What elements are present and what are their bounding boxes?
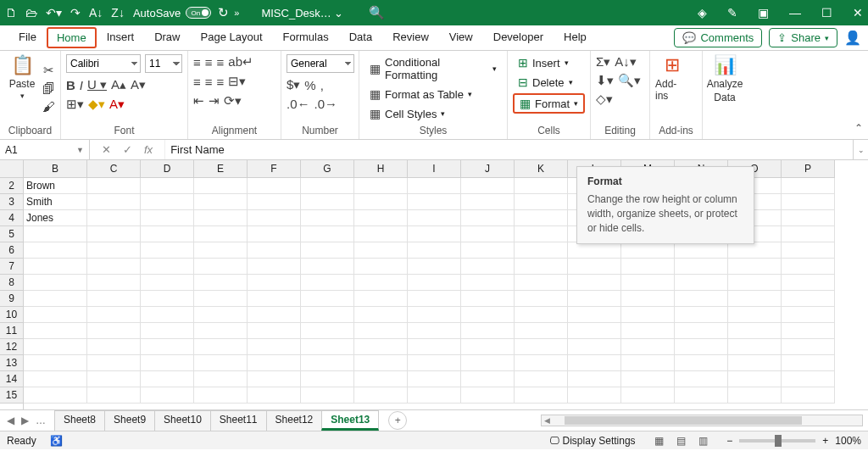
cell[interactable] xyxy=(354,323,408,339)
cell[interactable] xyxy=(248,178,301,194)
cell[interactable] xyxy=(515,242,568,259)
sheet-tab[interactable]: Sheet8 xyxy=(54,410,105,431)
zoom-in-icon[interactable]: + xyxy=(822,435,828,447)
row-header[interactable]: 3 xyxy=(0,194,23,210)
cell[interactable] xyxy=(248,307,301,323)
horizontal-scrollbar[interactable]: ◀ xyxy=(541,415,863,426)
font-size-combo[interactable]: 11 xyxy=(145,54,182,73)
cell[interactable] xyxy=(568,387,621,404)
bold-button[interactable]: B xyxy=(66,78,75,92)
cell[interactable] xyxy=(728,387,782,404)
align-center-icon[interactable]: ≡ xyxy=(205,75,213,89)
cell[interactable] xyxy=(87,242,141,259)
new-file-icon[interactable]: 🗋 xyxy=(5,6,17,19)
cell[interactable] xyxy=(194,307,248,323)
cell[interactable] xyxy=(194,275,248,291)
cell[interactable] xyxy=(461,242,515,259)
row-header[interactable]: 2 xyxy=(0,178,23,194)
page-break-view-icon[interactable]: ▥ xyxy=(693,435,713,447)
cell[interactable] xyxy=(194,387,248,404)
display-settings-button[interactable]: 🖵 Display Settings xyxy=(549,435,635,447)
align-mid-icon[interactable]: ≡ xyxy=(205,55,213,70)
cell[interactable] xyxy=(621,371,675,387)
cell[interactable] xyxy=(354,387,408,404)
cell[interactable] xyxy=(354,210,408,226)
enter-formula-icon[interactable]: ✓ xyxy=(123,143,132,156)
cell[interactable] xyxy=(515,275,568,291)
maximize-icon[interactable]: ☐ xyxy=(821,6,832,19)
row-header[interactable]: 12 xyxy=(0,339,23,355)
cell[interactable] xyxy=(515,339,568,355)
cell[interactable] xyxy=(354,226,408,242)
cell[interactable] xyxy=(194,259,248,275)
close-icon[interactable]: ✕ xyxy=(853,6,863,19)
cell[interactable] xyxy=(728,339,782,355)
cell[interactable] xyxy=(728,355,782,371)
tab-developer[interactable]: Developer xyxy=(483,25,554,50)
cell[interactable] xyxy=(87,355,141,371)
cell[interactable] xyxy=(515,387,568,404)
cell[interactable] xyxy=(248,210,301,226)
cell[interactable] xyxy=(141,387,194,404)
cell[interactable] xyxy=(354,194,408,210)
cell[interactable] xyxy=(24,275,87,291)
cell[interactable] xyxy=(461,387,515,404)
cell[interactable] xyxy=(194,242,248,259)
autosave-toggle[interactable]: AutoSave On xyxy=(133,7,211,19)
indent-icon[interactable]: ⇥ xyxy=(209,93,220,109)
column-header[interactable]: J xyxy=(461,160,515,178)
cell[interactable] xyxy=(408,226,461,242)
cell[interactable] xyxy=(141,210,194,226)
row-header[interactable]: 10 xyxy=(0,307,23,323)
cell[interactable] xyxy=(461,275,515,291)
cell[interactable] xyxy=(408,259,461,275)
cell[interactable] xyxy=(515,194,568,210)
cell[interactable] xyxy=(141,291,194,307)
format-as-table-button[interactable]: ▦Format as Table▾ xyxy=(364,86,477,103)
premium-icon[interactable]: ◈ xyxy=(698,6,707,19)
sort-desc-icon[interactable]: Z↓ xyxy=(111,6,125,19)
cell[interactable] xyxy=(408,323,461,339)
window-icon[interactable]: ▣ xyxy=(758,6,769,19)
cell[interactable] xyxy=(301,275,354,291)
cell[interactable] xyxy=(354,307,408,323)
cell[interactable] xyxy=(408,355,461,371)
cell[interactable] xyxy=(248,259,301,275)
tab-data[interactable]: Data xyxy=(339,25,382,50)
cell[interactable] xyxy=(461,307,515,323)
cell[interactable] xyxy=(301,242,354,259)
column-header[interactable]: C xyxy=(87,160,141,178)
cell[interactable] xyxy=(301,355,354,371)
cell[interactable] xyxy=(782,178,835,194)
open-file-icon[interactable]: 🗁 xyxy=(25,6,37,19)
cell[interactable] xyxy=(87,339,141,355)
cell[interactable] xyxy=(194,371,248,387)
formula-input[interactable]: First Name xyxy=(164,140,853,159)
align-right-icon[interactable]: ≡ xyxy=(217,75,225,89)
column-header[interactable]: P xyxy=(782,160,835,178)
cell[interactable] xyxy=(515,210,568,226)
tab-draw[interactable]: Draw xyxy=(144,25,190,50)
tab-home[interactable]: Home xyxy=(47,27,97,48)
copy-icon[interactable]: 🗐 xyxy=(42,81,55,96)
zoom-slider[interactable] xyxy=(739,439,815,443)
cell[interactable] xyxy=(24,242,87,259)
cell[interactable] xyxy=(301,387,354,404)
cell[interactable] xyxy=(408,194,461,210)
cell[interactable] xyxy=(301,339,354,355)
cell[interactable] xyxy=(301,291,354,307)
row-header[interactable]: 5 xyxy=(0,226,23,242)
font-name-combo[interactable]: Calibri xyxy=(66,54,141,73)
cell[interactable] xyxy=(301,371,354,387)
pen-icon[interactable]: ✎ xyxy=(727,6,737,19)
cell[interactable] xyxy=(194,178,248,194)
cell[interactable] xyxy=(568,259,621,275)
wrap-text-icon[interactable]: ab↵ xyxy=(228,54,253,70)
cell[interactable] xyxy=(515,371,568,387)
cell[interactable] xyxy=(141,194,194,210)
cell[interactable] xyxy=(461,259,515,275)
font-grow-icon[interactable]: A▴ xyxy=(111,77,126,92)
cut-icon[interactable]: ✂ xyxy=(43,63,54,78)
cell[interactable] xyxy=(301,210,354,226)
tab-page-layout[interactable]: Page Layout xyxy=(191,25,273,50)
